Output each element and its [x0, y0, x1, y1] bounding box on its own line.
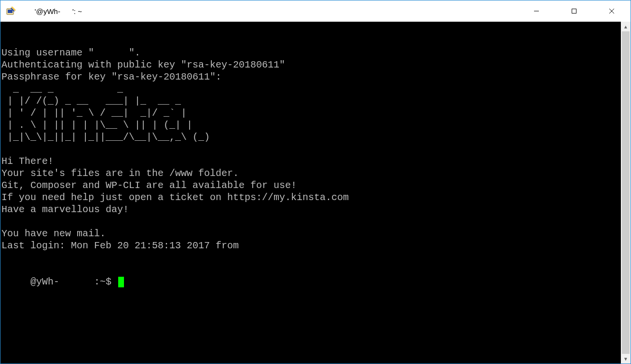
- terminal-output: Using username " ".Authenticating with p…: [1, 47, 621, 252]
- terminal-line: [1, 216, 621, 228]
- vertical-scrollbar[interactable]: ▲ ▼: [621, 22, 631, 364]
- terminal-line: Passphrase for key "rsa-key-20180611":: [1, 71, 621, 83]
- terminal-line: | . \ | || | | |\__ \ || | (_| |: [1, 119, 621, 131]
- terminal-line: You have new mail.: [1, 228, 621, 240]
- maximize-button[interactable]: [555, 0, 593, 22]
- minimize-button[interactable]: [518, 0, 555, 22]
- terminal-line: |_|\_\|_||_| |_||___/\__|\__,_\ (_): [1, 131, 621, 143]
- terminal-line: Hi There!: [1, 155, 621, 167]
- titlebar[interactable]: '@yWh- ': ~: [0, 0, 631, 22]
- window-controls: [518, 0, 631, 22]
- prompt-line[interactable]: @yWh- :~$: [1, 276, 621, 288]
- scroll-up-button[interactable]: ▲: [621, 22, 631, 31]
- shell-prompt: @yWh- :~$: [1, 276, 117, 288]
- terminal-line: If you need help just open a ticket on h…: [1, 191, 621, 203]
- terminal-line: Using username " ".: [1, 47, 621, 59]
- cursor: [118, 277, 124, 287]
- window-title: '@yWh- ': ~: [22, 7, 518, 15]
- terminal-line: Git, Composer and WP-CLI are all availab…: [1, 179, 621, 191]
- terminal-line: _ __ _ _: [1, 83, 621, 95]
- terminal-line: Have a marvellous day!: [1, 203, 621, 216]
- terminal[interactable]: Using username " ".Authenticating with p…: [0, 22, 621, 364]
- client-area: Using username " ".Authenticating with p…: [0, 22, 631, 364]
- close-button[interactable]: [593, 0, 631, 22]
- terminal-line: Your site's files are in the /www folder…: [1, 167, 621, 179]
- putty-icon: [0, 0, 22, 22]
- svg-rect-1: [8, 10, 13, 13]
- svg-rect-3: [572, 9, 576, 13]
- application-window: '@yWh- ': ~ Using username " ".Authentic…: [0, 0, 631, 364]
- scroll-down-button[interactable]: ▼: [621, 354, 631, 364]
- terminal-line: [1, 143, 621, 155]
- terminal-line: | |/ /(_) _ __ ___| |_ __ _: [1, 95, 621, 107]
- terminal-line: Last login: Mon Feb 20 21:58:13 2017 fro…: [1, 240, 621, 252]
- terminal-line: | ' / | || '_ \ / __| _|/ _` |: [1, 107, 621, 119]
- scroll-thumb[interactable]: [622, 31, 630, 354]
- terminal-line: Authenticating with public key "rsa-key-…: [1, 59, 621, 71]
